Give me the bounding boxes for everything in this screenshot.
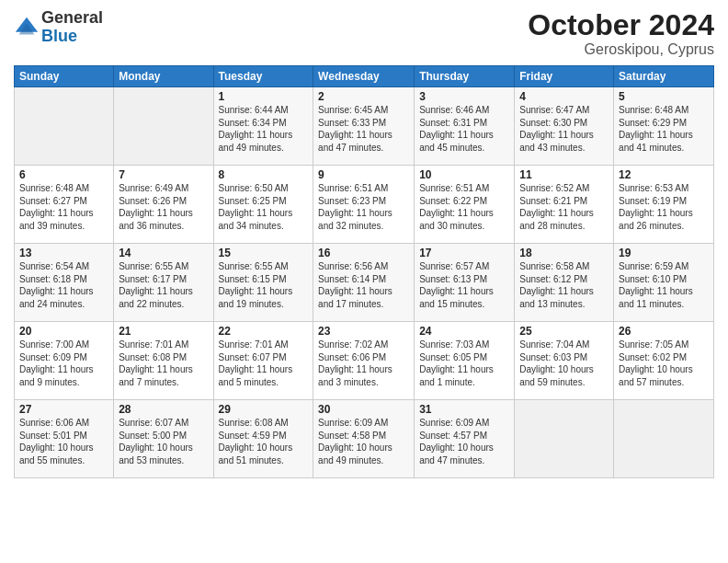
header-friday: Friday — [515, 66, 614, 87]
calendar-cell: 11Sunrise: 6:52 AM Sunset: 6:21 PM Dayli… — [515, 166, 614, 244]
day-number: 27 — [19, 403, 108, 416]
day-info: Sunrise: 6:47 AM Sunset: 6:30 PM Dayligh… — [519, 104, 609, 154]
day-number: 9 — [318, 168, 409, 181]
calendar-cell: 10Sunrise: 6:51 AM Sunset: 6:22 PM Dayli… — [415, 166, 515, 244]
day-info: Sunrise: 6:06 AM Sunset: 5:01 PM Dayligh… — [19, 417, 108, 466]
day-info: Sunrise: 6:48 AM Sunset: 6:29 PM Dayligh… — [619, 104, 709, 154]
day-number: 21 — [119, 325, 208, 338]
day-number: 15 — [219, 247, 309, 259]
header-saturday: Saturday — [614, 66, 714, 87]
day-info: Sunrise: 6:09 AM Sunset: 4:58 PM Dayligh… — [318, 417, 409, 466]
header: General Blue October 2024 Geroskipou, Cy… — [14, 9, 714, 58]
calendar-cell: 2Sunrise: 6:45 AM Sunset: 6:33 PM Daylig… — [313, 87, 415, 166]
days-header-row: Sunday Monday Tuesday Wednesday Thursday… — [15, 66, 714, 87]
day-info: Sunrise: 7:04 AM Sunset: 6:03 PM Dayligh… — [519, 339, 609, 388]
day-number: 3 — [419, 90, 509, 103]
day-info: Sunrise: 6:54 AM Sunset: 6:18 PM Dayligh… — [19, 260, 108, 310]
calendar-cell: 18Sunrise: 6:58 AM Sunset: 6:12 PM Dayli… — [515, 244, 614, 322]
day-number: 20 — [19, 325, 108, 338]
day-info: Sunrise: 6:58 AM Sunset: 6:12 PM Dayligh… — [519, 260, 609, 310]
day-number: 1 — [219, 90, 309, 103]
calendar-cell: 24Sunrise: 7:03 AM Sunset: 6:05 PM Dayli… — [415, 322, 515, 400]
day-info: Sunrise: 6:51 AM Sunset: 6:22 PM Dayligh… — [419, 182, 509, 232]
logo: General Blue — [14, 9, 103, 46]
calendar-cell: 20Sunrise: 7:00 AM Sunset: 6:09 PM Dayli… — [15, 322, 114, 400]
calendar-cell: 1Sunrise: 6:44 AM Sunset: 6:34 PM Daylig… — [213, 87, 313, 166]
logo-text: General Blue — [41, 9, 103, 46]
calendar-cell: 26Sunrise: 7:05 AM Sunset: 6:02 PM Dayli… — [614, 322, 714, 400]
logo-blue: Blue — [41, 28, 103, 46]
calendar-cell: 13Sunrise: 6:54 AM Sunset: 6:18 PM Dayli… — [15, 244, 114, 322]
day-number: 16 — [318, 247, 409, 259]
calendar-week-4: 20Sunrise: 7:00 AM Sunset: 6:09 PM Dayli… — [15, 322, 714, 400]
day-number: 30 — [318, 403, 409, 416]
header-wednesday: Wednesday — [313, 66, 415, 87]
month-title: October 2024 — [528, 9, 714, 41]
calendar-cell: 16Sunrise: 6:56 AM Sunset: 6:14 PM Dayli… — [313, 244, 415, 322]
calendar-cell: 31Sunrise: 6:09 AM Sunset: 4:57 PM Dayli… — [415, 400, 515, 478]
day-info: Sunrise: 6:55 AM Sunset: 6:17 PM Dayligh… — [119, 260, 208, 310]
calendar-cell: 19Sunrise: 6:59 AM Sunset: 6:10 PM Dayli… — [614, 244, 714, 322]
day-info: Sunrise: 6:59 AM Sunset: 6:10 PM Dayligh… — [619, 260, 709, 310]
calendar-cell: 17Sunrise: 6:57 AM Sunset: 6:13 PM Dayli… — [415, 244, 515, 322]
calendar-cell — [515, 400, 614, 478]
calendar-cell: 30Sunrise: 6:09 AM Sunset: 4:58 PM Dayli… — [313, 400, 415, 478]
day-number: 2 — [318, 90, 409, 103]
calendar-week-5: 27Sunrise: 6:06 AM Sunset: 5:01 PM Dayli… — [15, 400, 714, 478]
day-number: 29 — [219, 403, 309, 416]
calendar-cell: 8Sunrise: 6:50 AM Sunset: 6:25 PM Daylig… — [213, 166, 313, 244]
calendar-cell — [114, 87, 213, 166]
day-info: Sunrise: 6:44 AM Sunset: 6:34 PM Dayligh… — [219, 104, 309, 154]
day-number: 8 — [219, 168, 309, 181]
logo-general: General — [41, 9, 103, 28]
day-info: Sunrise: 6:45 AM Sunset: 6:33 PM Dayligh… — [318, 104, 409, 154]
calendar-cell: 12Sunrise: 6:53 AM Sunset: 6:19 PM Dayli… — [614, 166, 714, 244]
day-number: 26 — [619, 325, 709, 338]
day-info: Sunrise: 6:57 AM Sunset: 6:13 PM Dayligh… — [419, 260, 509, 310]
day-info: Sunrise: 7:02 AM Sunset: 6:06 PM Dayligh… — [318, 339, 409, 388]
day-info: Sunrise: 6:09 AM Sunset: 4:57 PM Dayligh… — [419, 417, 509, 466]
calendar-cell: 25Sunrise: 7:04 AM Sunset: 6:03 PM Dayli… — [515, 322, 614, 400]
day-info: Sunrise: 7:03 AM Sunset: 6:05 PM Dayligh… — [419, 339, 509, 388]
day-number: 11 — [519, 168, 609, 181]
day-number: 10 — [419, 168, 509, 181]
header-sunday: Sunday — [15, 66, 114, 87]
calendar-cell: 27Sunrise: 6:06 AM Sunset: 5:01 PM Dayli… — [15, 400, 114, 478]
day-number: 28 — [119, 403, 208, 416]
day-number: 22 — [219, 325, 309, 338]
day-number: 7 — [119, 168, 208, 181]
header-tuesday: Tuesday — [213, 66, 313, 87]
day-info: Sunrise: 6:08 AM Sunset: 4:59 PM Dayligh… — [219, 417, 309, 466]
day-info: Sunrise: 7:01 AM Sunset: 6:08 PM Dayligh… — [119, 339, 208, 388]
calendar-cell: 23Sunrise: 7:02 AM Sunset: 6:06 PM Dayli… — [313, 322, 415, 400]
day-info: Sunrise: 7:05 AM Sunset: 6:02 PM Dayligh… — [619, 339, 709, 388]
day-number: 18 — [519, 247, 609, 259]
title-section: October 2024 Geroskipou, Cyprus — [528, 9, 714, 58]
calendar-week-3: 13Sunrise: 6:54 AM Sunset: 6:18 PM Dayli… — [15, 244, 714, 322]
calendar-cell: 21Sunrise: 7:01 AM Sunset: 6:08 PM Dayli… — [114, 322, 213, 400]
logo-icon — [14, 15, 40, 40]
day-info: Sunrise: 6:48 AM Sunset: 6:27 PM Dayligh… — [19, 182, 108, 232]
calendar-week-1: 1Sunrise: 6:44 AM Sunset: 6:34 PM Daylig… — [15, 87, 714, 166]
day-info: Sunrise: 6:52 AM Sunset: 6:21 PM Dayligh… — [519, 182, 609, 232]
day-number: 14 — [119, 247, 208, 259]
calendar-cell — [614, 400, 714, 478]
day-number: 19 — [619, 247, 709, 259]
calendar-header: Sunday Monday Tuesday Wednesday Thursday… — [15, 66, 714, 87]
day-number: 13 — [19, 247, 108, 259]
day-number: 25 — [519, 325, 609, 338]
day-number: 4 — [519, 90, 609, 103]
day-number: 5 — [619, 90, 709, 103]
day-info: Sunrise: 6:56 AM Sunset: 6:14 PM Dayligh… — [318, 260, 409, 310]
header-monday: Monday — [114, 66, 213, 87]
day-info: Sunrise: 6:50 AM Sunset: 6:25 PM Dayligh… — [219, 182, 309, 232]
calendar-body: 1Sunrise: 6:44 AM Sunset: 6:34 PM Daylig… — [15, 87, 714, 478]
day-number: 23 — [318, 325, 409, 338]
calendar-cell: 6Sunrise: 6:48 AM Sunset: 6:27 PM Daylig… — [15, 166, 114, 244]
calendar-cell: 5Sunrise: 6:48 AM Sunset: 6:29 PM Daylig… — [614, 87, 714, 166]
day-info: Sunrise: 6:55 AM Sunset: 6:15 PM Dayligh… — [219, 260, 309, 310]
calendar-cell: 28Sunrise: 6:07 AM Sunset: 5:00 PM Dayli… — [114, 400, 213, 478]
day-info: Sunrise: 6:51 AM Sunset: 6:23 PM Dayligh… — [318, 182, 409, 232]
calendar-week-2: 6Sunrise: 6:48 AM Sunset: 6:27 PM Daylig… — [15, 166, 714, 244]
calendar-cell: 14Sunrise: 6:55 AM Sunset: 6:17 PM Dayli… — [114, 244, 213, 322]
